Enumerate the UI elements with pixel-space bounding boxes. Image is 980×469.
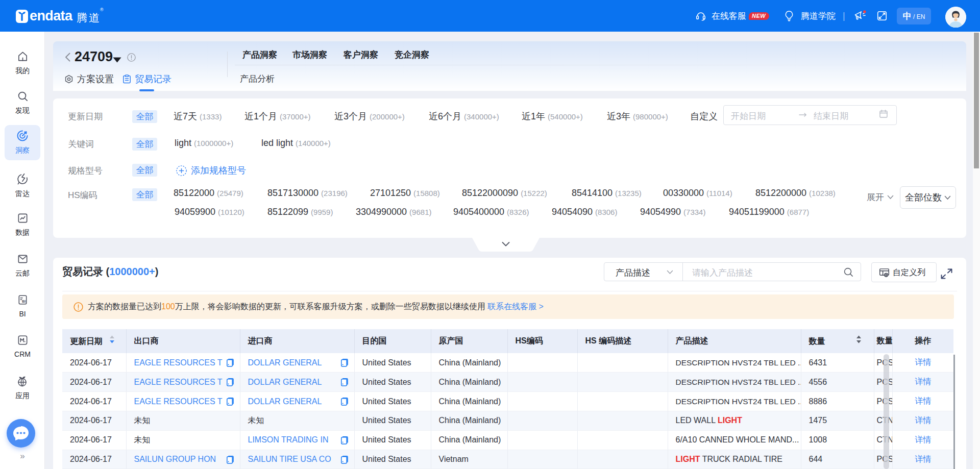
svg-text:BI: BI [22, 300, 26, 304]
